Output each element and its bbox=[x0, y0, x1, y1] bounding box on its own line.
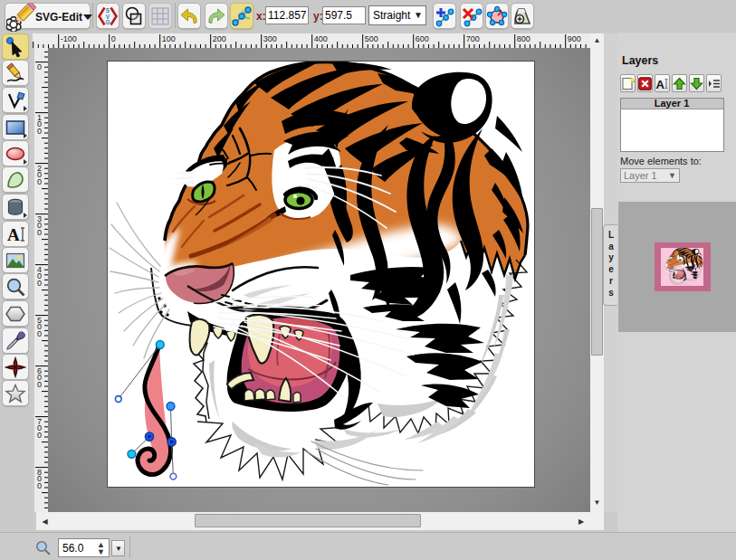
svg-text:600: 600 bbox=[416, 34, 429, 43]
svg-text:500: 500 bbox=[365, 34, 378, 43]
svg-text:300: 300 bbox=[263, 34, 277, 43]
svg-text:0: 0 bbox=[37, 380, 42, 389]
svg-text:-100: -100 bbox=[61, 34, 77, 43]
svg-text:G: G bbox=[106, 19, 110, 25]
svg-text:200: 200 bbox=[213, 34, 226, 43]
svg-text:700: 700 bbox=[466, 34, 480, 43]
svg-text:0: 0 bbox=[37, 62, 42, 71]
svg-text:900: 900 bbox=[568, 34, 581, 43]
svg-text:0: 0 bbox=[37, 329, 42, 338]
svg-text:0: 0 bbox=[37, 481, 42, 490]
svg-text:800: 800 bbox=[517, 34, 530, 43]
svg-text:0: 0 bbox=[37, 228, 42, 237]
svg-text:400: 400 bbox=[314, 34, 328, 43]
svg-text:0: 0 bbox=[37, 177, 42, 186]
svg-text:0: 0 bbox=[37, 127, 42, 136]
svg-text:A: A bbox=[7, 225, 20, 244]
svg-text:0: 0 bbox=[37, 279, 42, 288]
svg-text:0: 0 bbox=[111, 34, 116, 43]
svg-text:0: 0 bbox=[37, 431, 42, 440]
svg-text:A: A bbox=[656, 77, 665, 90]
svg-text:100: 100 bbox=[162, 34, 176, 43]
